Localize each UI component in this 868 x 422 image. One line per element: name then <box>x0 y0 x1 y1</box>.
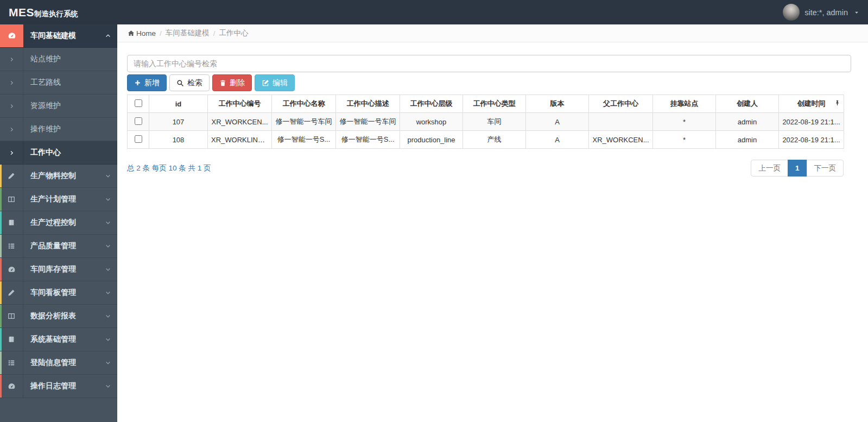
list-icon <box>0 235 23 257</box>
header-code[interactable]: 工作中心编号 <box>208 95 272 113</box>
sidebar-item-process-route[interactable]: 工艺路线 <box>0 71 117 95</box>
pin-icon[interactable] <box>834 100 840 108</box>
avatar[interactable] <box>783 4 800 21</box>
sidebar-item-label: 操作维护 <box>23 118 117 141</box>
search-icon <box>176 79 184 87</box>
chevron-right-icon <box>0 141 23 164</box>
prev-page-button[interactable]: 上一页 <box>751 160 788 177</box>
sidebar-item-site-maintenance[interactable]: 站点维护 <box>0 48 117 71</box>
header-type[interactable]: 工作中心类型 <box>463 95 526 113</box>
cell-type: 车间 <box>463 113 526 131</box>
group-color-strip <box>0 281 2 304</box>
app-brand[interactable]: MES制造执行系统 <box>9 6 78 19</box>
row-checkbox[interactable] <box>135 135 142 143</box>
sidebar-group-kanban-management[interactable]: 车间看板管理 <box>0 281 117 305</box>
cell-version: A <box>526 113 589 131</box>
breadcrumb: Home / 车间基础建模 / 工作中心 <box>117 24 868 42</box>
pencil-icon <box>0 281 23 304</box>
header-parent[interactable]: 父工作中心 <box>589 95 653 113</box>
trash-icon <box>219 79 226 87</box>
cell-code: XR_WORKLINE... <box>208 131 272 149</box>
row-checkbox[interactable] <box>135 117 142 125</box>
header-name[interactable]: 工作中心名称 <box>272 95 336 113</box>
header-level[interactable]: 工作中心层级 <box>400 95 463 113</box>
chevron-up-icon <box>99 24 117 47</box>
sidebar-group-login-info-management[interactable]: 登陆信息管理 <box>0 351 117 375</box>
next-page-button[interactable]: 下一页 <box>807 160 844 177</box>
add-button[interactable]: 新增 <box>127 74 167 91</box>
sidebar-group-material-control[interactable]: 生产物料控制 <box>0 165 117 188</box>
sidebar-group-analytics-reports[interactable]: 数据分析报表 <box>0 305 117 328</box>
cell-description: 修一智能一号车间 <box>336 113 400 131</box>
sidebar-group-label: 生产过程控制 <box>23 211 99 234</box>
delete-button[interactable]: 删除 <box>212 74 252 91</box>
header-description[interactable]: 工作中心描述 <box>336 95 400 113</box>
sidebar-group-label: 数据分析报表 <box>23 305 99 327</box>
sidebar: 车间基础建模 站点维护 工艺路线 资源维护 操作维护 工作中心 生产物料控制 <box>0 24 117 422</box>
table-header-row: id 工作中心编号 工作中心名称 工作中心描述 工作中心层级 工作中心类型 版本… <box>128 95 844 113</box>
breadcrumb-home[interactable]: Home <box>128 29 156 37</box>
header-creator[interactable]: 创建人 <box>716 95 779 113</box>
header-version[interactable]: 版本 <box>526 95 589 113</box>
breadcrumb-home-label: Home <box>136 29 156 37</box>
sidebar-group-label: 系统基础管理 <box>23 328 99 351</box>
sidebar-item-operation-maintenance[interactable]: 操作维护 <box>0 118 117 141</box>
row-select-cell <box>128 131 149 149</box>
sidebar-group-workshop-modeling[interactable]: 车间基础建模 <box>0 24 117 48</box>
tachometer-icon <box>0 24 23 47</box>
page-1-button[interactable]: 1 <box>788 160 807 177</box>
cell-description: 修一智能一号S... <box>336 131 400 149</box>
chevron-down-icon <box>99 351 117 374</box>
chevron-right-icon <box>0 95 23 117</box>
columns-icon <box>0 305 23 327</box>
sidebar-group-quality-management[interactable]: 产品质量管理 <box>0 235 117 258</box>
cell-version: A <box>526 131 589 149</box>
group-color-strip <box>0 188 2 211</box>
columns-icon <box>0 188 23 211</box>
main-content: Home / 车间基础建模 / 工作中心 新增 检索 删除 编辑 <box>117 24 868 422</box>
breadcrumb-item-module[interactable]: 车间基础建模 <box>166 28 210 38</box>
breadcrumb-item-current: 工作中心 <box>219 28 249 38</box>
header-id[interactable]: id <box>149 95 208 113</box>
sidebar-group-label: 操作日志管理 <box>23 375 99 398</box>
header-select-all-cell <box>128 95 149 113</box>
sidebar-item-work-center[interactable]: 工作中心 <box>0 141 117 165</box>
work-center-table: id 工作中心编号 工作中心名称 工作中心描述 工作中心层级 工作中心类型 版本… <box>127 95 844 149</box>
chevron-right-icon <box>0 48 23 71</box>
sidebar-group-system-management[interactable]: 系统基础管理 <box>0 328 117 351</box>
header-station[interactable]: 挂靠站点 <box>653 95 716 113</box>
chevron-down-icon <box>99 375 117 398</box>
sidebar-group-plan-management[interactable]: 生产计划管理 <box>0 188 117 211</box>
cell-create-time: 2022-08-19 21:1... <box>779 131 844 149</box>
brand-mes-text: MES <box>9 6 34 19</box>
sidebar-group-operation-log-management[interactable]: 操作日志管理 <box>0 375 117 398</box>
search-button-label: 检索 <box>187 78 202 88</box>
chevron-right-icon <box>0 71 23 94</box>
chevron-right-icon <box>0 118 23 141</box>
search-input[interactable] <box>127 55 851 72</box>
table-row[interactable]: 107 XR_WORKCEN... 修一智能一号车间 修一智能一号车间 work… <box>128 113 844 131</box>
user-menu[interactable]: site:*, admin <box>783 4 859 21</box>
edit-icon <box>262 79 269 87</box>
breadcrumb-separator: / <box>213 29 216 37</box>
group-color-strip <box>0 211 2 234</box>
select-all-checkbox[interactable] <box>135 99 142 107</box>
sidebar-group-process-control[interactable]: 生产过程控制 <box>0 211 117 235</box>
plus-icon <box>134 79 141 86</box>
cell-level: production_line <box>400 131 463 149</box>
sidebar-group-label: 产品质量管理 <box>23 235 99 257</box>
delete-button-label: 删除 <box>230 78 245 88</box>
header-create-time-label: 创建时间 <box>797 99 826 108</box>
cell-creator: admin <box>716 131 779 149</box>
header-create-time[interactable]: 创建时间 <box>779 95 844 113</box>
cell-station: * <box>653 131 716 149</box>
sidebar-item-resource-maintenance[interactable]: 资源维护 <box>0 95 117 118</box>
pagination: 上一页 1 下一页 <box>751 160 844 177</box>
sidebar-item-label: 工艺路线 <box>23 71 117 94</box>
search-button[interactable]: 检索 <box>169 74 210 91</box>
cell-creator: admin <box>716 113 779 131</box>
sidebar-item-label: 工作中心 <box>23 141 117 164</box>
table-row[interactable]: 108 XR_WORKLINE... 修一智能一号S... 修一智能一号S...… <box>128 131 844 149</box>
edit-button[interactable]: 编辑 <box>255 74 295 91</box>
sidebar-group-inventory-management[interactable]: 车间库存管理 <box>0 258 117 281</box>
